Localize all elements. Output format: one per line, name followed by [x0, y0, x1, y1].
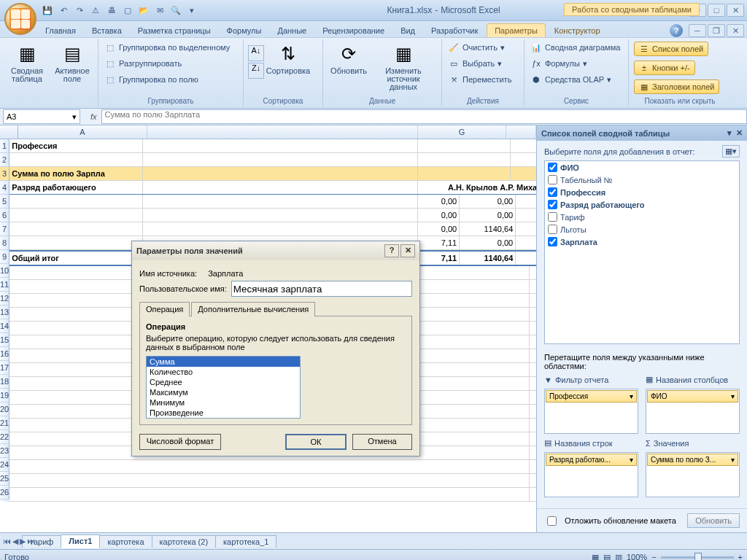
custom-name-input[interactable]: [231, 281, 412, 297]
row-header[interactable]: 3: [0, 167, 9, 181]
row-header[interactable]: 25: [0, 472, 9, 486]
warn-icon[interactable]: ⚠: [89, 4, 102, 17]
preview-icon[interactable]: 🔍: [169, 4, 182, 17]
dropdown-icon[interactable]: ▾: [731, 456, 735, 464]
list-option[interactable]: Максимум: [147, 387, 300, 397]
operation-listbox[interactable]: Сумма Количество Среднее Максимум Миниму…: [146, 356, 301, 419]
dialog-close-button[interactable]: ✕: [400, 244, 415, 257]
pivottable-button[interactable]: ▦Сводная таблица: [6, 41, 48, 85]
field-token[interactable]: Разряд работаю...▾: [546, 454, 637, 466]
row-header[interactable]: 7: [0, 222, 9, 236]
field-list-close-icon[interactable]: ✕: [736, 128, 743, 138]
formula-input[interactable]: Сумма по полю Зарплата: [101, 109, 747, 124]
row-header[interactable]: 17: [0, 361, 9, 375]
list-option[interactable]: Количество: [147, 367, 300, 377]
tab-developer[interactable]: Разработчик: [424, 24, 485, 37]
field-token[interactable]: Профессия▾: [546, 390, 637, 402]
field-checkbox[interactable]: [548, 212, 557, 222]
tab-design[interactable]: Конструктор: [547, 24, 608, 37]
view-layout-icon[interactable]: ▤: [603, 553, 611, 561]
row-header[interactable]: 18: [0, 375, 9, 389]
close-button[interactable]: ✕: [727, 4, 744, 17]
row-header[interactable]: 22: [0, 430, 9, 444]
tab-review[interactable]: Рецензирование: [315, 24, 392, 37]
field-item[interactable]: Зарплата: [545, 236, 739, 248]
tab-operation[interactable]: Операция: [139, 302, 190, 316]
field-item[interactable]: Табельный №: [545, 174, 739, 186]
sort-asc-icon[interactable]: A↓: [248, 45, 264, 61]
row-header[interactable]: 16: [0, 347, 9, 361]
col-header-a[interactable]: A: [18, 125, 147, 139]
row-header[interactable]: 5: [0, 195, 9, 209]
redo-icon[interactable]: ↷: [73, 4, 86, 17]
field-checkbox[interactable]: [548, 225, 557, 234]
view-normal-icon[interactable]: ▦: [592, 553, 599, 561]
row-header[interactable]: 2: [0, 153, 9, 167]
email-icon[interactable]: ✉: [153, 4, 166, 17]
qat-more-icon[interactable]: ▾: [185, 4, 198, 17]
save-icon[interactable]: 💾: [41, 4, 54, 17]
next-sheet-icon[interactable]: ▶: [20, 537, 26, 546]
tab-show-values-as[interactable]: Дополнительные вычисления: [191, 302, 315, 316]
row-header[interactable]: 12: [0, 292, 9, 306]
workbook-restore[interactable]: ❐: [708, 24, 725, 37]
zoom-slider[interactable]: [661, 556, 734, 559]
list-option[interactable]: Минимум: [147, 397, 300, 408]
row-header[interactable]: 13: [0, 306, 9, 319]
headers-toggle[interactable]: ▦Заголовки полей: [634, 79, 719, 94]
number-format-button[interactable]: Числовой формат: [139, 434, 221, 450]
activefield-button[interactable]: ▤Активное поле: [51, 41, 93, 85]
zoom-in-icon[interactable]: +: [738, 553, 743, 560]
field-item[interactable]: Разряд работающего: [545, 198, 739, 211]
name-box[interactable]: A3▾: [3, 109, 80, 124]
columns-area[interactable]: ФИО▾: [646, 389, 740, 434]
cell[interactable]: Профессия: [9, 139, 143, 152]
field-item[interactable]: Тариф: [545, 211, 739, 223]
olap-button[interactable]: ⬢Средства OLAP ▾: [529, 73, 613, 86]
row-header[interactable]: 15: [0, 333, 9, 347]
field-token[interactable]: Сумма по полю З...▾: [647, 454, 738, 466]
sheet-tab[interactable]: картотека: [99, 535, 152, 548]
row-header[interactable]: 11: [0, 278, 9, 292]
row-header[interactable]: 24: [0, 458, 9, 472]
field-item[interactable]: ФИО: [545, 161, 739, 174]
fx-icon[interactable]: fx: [90, 112, 97, 121]
pivotchart-button[interactable]: 📊Сводная диаграмма: [529, 41, 622, 54]
row-header[interactable]: 26: [0, 486, 9, 499]
field-item[interactable]: Профессия: [545, 186, 739, 198]
field-checkbox[interactable]: [548, 175, 557, 184]
cell-active[interactable]: Сумма по полю Зарпла: [9, 167, 143, 180]
tab-pagelayout[interactable]: Разметка страницы: [131, 24, 218, 37]
dropdown-icon[interactable]: ▾: [731, 392, 735, 400]
list-option[interactable]: Произведение: [147, 408, 300, 418]
undo-icon[interactable]: ↶: [57, 4, 70, 17]
first-sheet-icon[interactable]: ⏮: [3, 537, 11, 546]
cell[interactable]: Разряд работающего: [9, 181, 143, 194]
filter-area[interactable]: Профессия▾: [544, 389, 638, 434]
cancel-button[interactable]: Отмена: [352, 434, 412, 450]
dropdown-icon[interactable]: ▾: [630, 456, 633, 464]
tab-insert[interactable]: Вставка: [85, 24, 129, 37]
values-area[interactable]: Сумма по полю З...▾: [646, 452, 740, 497]
ok-button[interactable]: ОК: [285, 434, 347, 450]
workbook-minimize[interactable]: ─: [689, 24, 706, 37]
row-header[interactable]: 19: [0, 389, 9, 402]
field-checkbox[interactable]: [548, 187, 557, 197]
row-header[interactable]: 14: [0, 319, 9, 333]
row-header[interactable]: 8: [0, 236, 9, 250]
dialog-help-button[interactable]: ?: [384, 244, 399, 257]
list-option[interactable]: Среднее: [147, 377, 300, 387]
change-source-button[interactable]: ▦Изменить источник данных: [373, 41, 434, 93]
group-selection[interactable]: ⬚Группировка по выделенному: [103, 41, 231, 54]
field-checkbox[interactable]: [548, 163, 557, 172]
defer-checkbox[interactable]: [547, 516, 557, 526]
field-checklist[interactable]: ФИО Табельный № Профессия Разряд работаю…: [544, 160, 740, 344]
zoom-out-icon[interactable]: −: [651, 553, 656, 560]
cell[interactable]: Общий итог: [9, 252, 143, 265]
row-header[interactable]: 10: [0, 264, 9, 278]
col-header-g[interactable]: G: [418, 125, 506, 139]
dropdown-icon[interactable]: ▾: [630, 392, 633, 400]
sort-desc-icon[interactable]: Z↓: [248, 63, 264, 79]
field-token[interactable]: ФИО▾: [647, 390, 738, 402]
zoom-level[interactable]: 100%: [627, 553, 647, 560]
